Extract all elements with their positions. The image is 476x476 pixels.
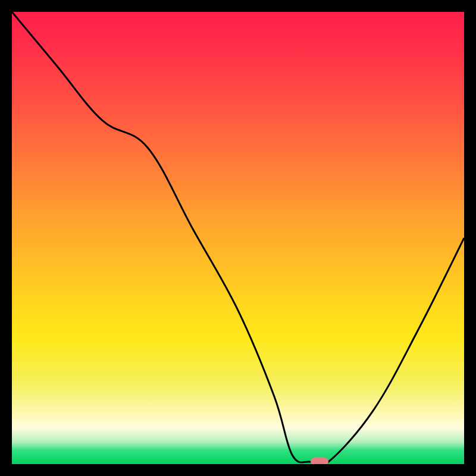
plot-area	[12, 12, 464, 464]
frame-border	[0, 0, 476, 12]
chart-container: TheBottleneck.com	[0, 0, 476, 476]
optimum-marker	[311, 458, 328, 464]
frame-border	[0, 464, 476, 476]
frame-border	[464, 0, 476, 476]
frame-border	[0, 0, 12, 476]
bottleneck-curve	[12, 12, 464, 464]
